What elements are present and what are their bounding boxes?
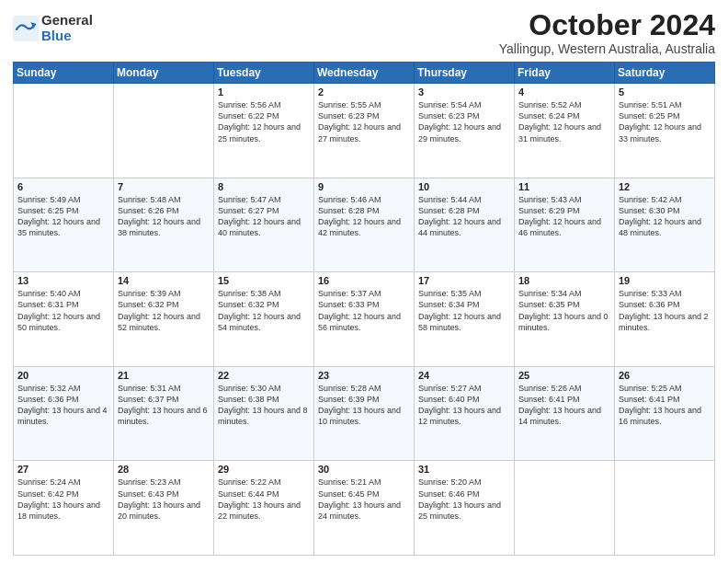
table-row: 11Sunrise: 5:43 AMSunset: 6:29 PMDayligh… [515, 178, 615, 272]
day-number: 31 [418, 464, 510, 475]
table-row: 18Sunrise: 5:34 AMSunset: 6:35 PMDayligh… [515, 272, 615, 367]
table-row [515, 461, 615, 556]
table-row: 28Sunrise: 5:23 AMSunset: 6:43 PMDayligh… [114, 461, 214, 556]
cell-content: Sunrise: 5:26 AMSunset: 6:41 PMDaylight:… [518, 383, 610, 428]
cell-content: Sunrise: 5:30 AMSunset: 6:38 PMDaylight:… [218, 383, 310, 428]
table-row: 27Sunrise: 5:24 AMSunset: 6:42 PMDayligh… [14, 461, 114, 556]
table-row: 6Sunrise: 5:49 AMSunset: 6:25 PMDaylight… [14, 178, 114, 272]
day-number: 19 [619, 275, 711, 286]
day-number: 17 [418, 275, 510, 286]
day-number: 21 [118, 370, 210, 381]
cell-content: Sunrise: 5:52 AMSunset: 6:24 PMDaylight:… [518, 99, 610, 144]
table-row: 5Sunrise: 5:51 AMSunset: 6:25 PMDaylight… [615, 84, 715, 178]
cell-content: Sunrise: 5:25 AMSunset: 6:41 PMDaylight:… [619, 383, 711, 428]
day-number: 10 [418, 181, 510, 192]
title-location: Yallingup, Western Australia, Australia [499, 41, 715, 56]
cell-content: Sunrise: 5:37 AMSunset: 6:33 PMDaylight:… [318, 288, 410, 333]
cell-content: Sunrise: 5:38 AMSunset: 6:32 PMDaylight:… [218, 288, 310, 333]
cell-content: Sunrise: 5:55 AMSunset: 6:23 PMDaylight:… [318, 99, 410, 144]
day-number: 6 [17, 181, 109, 192]
cell-content: Sunrise: 5:44 AMSunset: 6:28 PMDaylight:… [418, 194, 510, 239]
day-number: 24 [418, 370, 510, 381]
cell-content: Sunrise: 5:33 AMSunset: 6:36 PMDaylight:… [619, 288, 711, 333]
logo: General Blue [13, 13, 93, 43]
table-row [615, 461, 715, 556]
table-row: 22Sunrise: 5:30 AMSunset: 6:38 PMDayligh… [214, 366, 314, 461]
calendar-week-row: 6Sunrise: 5:49 AMSunset: 6:25 PMDaylight… [14, 178, 715, 272]
table-row: 1Sunrise: 5:56 AMSunset: 6:22 PMDaylight… [214, 84, 314, 178]
cell-content: Sunrise: 5:31 AMSunset: 6:37 PMDaylight:… [118, 383, 210, 428]
day-number: 16 [318, 275, 410, 286]
cell-content: Sunrise: 5:21 AMSunset: 6:45 PMDaylight:… [318, 477, 410, 522]
day-number: 20 [17, 370, 109, 381]
day-number: 4 [518, 86, 610, 98]
table-row: 21Sunrise: 5:31 AMSunset: 6:37 PMDayligh… [114, 366, 214, 461]
cell-content: Sunrise: 5:28 AMSunset: 6:39 PMDaylight:… [318, 383, 410, 428]
table-row: 24Sunrise: 5:27 AMSunset: 6:40 PMDayligh… [415, 366, 515, 461]
col-wednesday: Wednesday [314, 63, 415, 84]
day-number: 28 [118, 464, 210, 475]
col-tuesday: Tuesday [214, 63, 314, 84]
col-monday: Monday [114, 63, 214, 84]
day-number: 27 [17, 464, 109, 475]
col-thursday: Thursday [415, 63, 515, 84]
calendar-header-row: Sunday Monday Tuesday Wednesday Thursday… [14, 63, 715, 84]
table-row: 7Sunrise: 5:48 AMSunset: 6:26 PMDaylight… [114, 178, 214, 272]
table-row: 30Sunrise: 5:21 AMSunset: 6:45 PMDayligh… [314, 461, 415, 556]
table-row: 31Sunrise: 5:20 AMSunset: 6:46 PMDayligh… [415, 461, 515, 556]
cell-content: Sunrise: 5:56 AMSunset: 6:22 PMDaylight:… [218, 99, 310, 144]
table-row: 2Sunrise: 5:55 AMSunset: 6:23 PMDaylight… [314, 84, 415, 178]
table-row: 8Sunrise: 5:47 AMSunset: 6:27 PMDaylight… [214, 178, 314, 272]
day-number: 14 [118, 275, 210, 286]
day-number: 26 [619, 370, 711, 381]
cell-content: Sunrise: 5:49 AMSunset: 6:25 PMDaylight:… [17, 194, 109, 239]
cell-content: Sunrise: 5:47 AMSunset: 6:27 PMDaylight:… [218, 194, 310, 239]
calendar-week-row: 20Sunrise: 5:32 AMSunset: 6:36 PMDayligh… [14, 366, 715, 461]
cell-content: Sunrise: 5:24 AMSunset: 6:42 PMDaylight:… [17, 477, 109, 522]
day-number: 13 [17, 275, 109, 286]
table-row: 16Sunrise: 5:37 AMSunset: 6:33 PMDayligh… [314, 272, 415, 367]
table-row: 14Sunrise: 5:39 AMSunset: 6:32 PMDayligh… [114, 272, 214, 367]
logo-icon [13, 16, 39, 41]
calendar-table: Sunday Monday Tuesday Wednesday Thursday… [13, 62, 715, 556]
title-block: October 2024 Yallingup, Western Australi… [499, 9, 715, 56]
day-number: 29 [218, 464, 310, 475]
table-row [114, 84, 214, 178]
day-number: 18 [518, 275, 610, 286]
table-row: 9Sunrise: 5:46 AMSunset: 6:28 PMDaylight… [314, 178, 415, 272]
cell-content: Sunrise: 5:23 AMSunset: 6:43 PMDaylight:… [118, 477, 210, 522]
cell-content: Sunrise: 5:20 AMSunset: 6:46 PMDaylight:… [418, 477, 510, 522]
table-row: 12Sunrise: 5:42 AMSunset: 6:30 PMDayligh… [615, 178, 715, 272]
table-row [14, 84, 114, 178]
table-row: 26Sunrise: 5:25 AMSunset: 6:41 PMDayligh… [615, 366, 715, 461]
cell-content: Sunrise: 5:35 AMSunset: 6:34 PMDaylight:… [418, 288, 510, 333]
calendar-week-row: 1Sunrise: 5:56 AMSunset: 6:22 PMDaylight… [14, 84, 715, 178]
cell-content: Sunrise: 5:32 AMSunset: 6:36 PMDaylight:… [17, 383, 109, 428]
day-number: 25 [518, 370, 610, 381]
cell-content: Sunrise: 5:40 AMSunset: 6:31 PMDaylight:… [17, 288, 109, 333]
day-number: 30 [318, 464, 410, 475]
cell-content: Sunrise: 5:34 AMSunset: 6:35 PMDaylight:… [518, 288, 610, 333]
day-number: 5 [619, 86, 711, 98]
table-row: 13Sunrise: 5:40 AMSunset: 6:31 PMDayligh… [14, 272, 114, 367]
table-row: 19Sunrise: 5:33 AMSunset: 6:36 PMDayligh… [615, 272, 715, 367]
cell-content: Sunrise: 5:22 AMSunset: 6:44 PMDaylight:… [218, 477, 310, 522]
table-row: 4Sunrise: 5:52 AMSunset: 6:24 PMDaylight… [515, 84, 615, 178]
day-number: 8 [218, 181, 310, 192]
title-month: October 2024 [499, 9, 715, 41]
calendar-week-row: 13Sunrise: 5:40 AMSunset: 6:31 PMDayligh… [14, 272, 715, 367]
col-saturday: Saturday [615, 63, 715, 84]
day-number: 9 [318, 181, 410, 192]
header: General Blue October 2024 Yallingup, Wes… [13, 9, 715, 56]
cell-content: Sunrise: 5:42 AMSunset: 6:30 PMDaylight:… [619, 194, 711, 239]
day-number: 15 [218, 275, 310, 286]
table-row: 29Sunrise: 5:22 AMSunset: 6:44 PMDayligh… [214, 461, 314, 556]
cell-content: Sunrise: 5:46 AMSunset: 6:28 PMDaylight:… [318, 194, 410, 239]
cell-content: Sunrise: 5:48 AMSunset: 6:26 PMDaylight:… [118, 194, 210, 239]
day-number: 2 [318, 86, 410, 98]
day-number: 7 [118, 181, 210, 192]
table-row: 20Sunrise: 5:32 AMSunset: 6:36 PMDayligh… [14, 366, 114, 461]
table-row: 17Sunrise: 5:35 AMSunset: 6:34 PMDayligh… [415, 272, 515, 367]
logo-blue-text: Blue [41, 29, 93, 44]
cell-content: Sunrise: 5:54 AMSunset: 6:23 PMDaylight:… [418, 99, 510, 144]
